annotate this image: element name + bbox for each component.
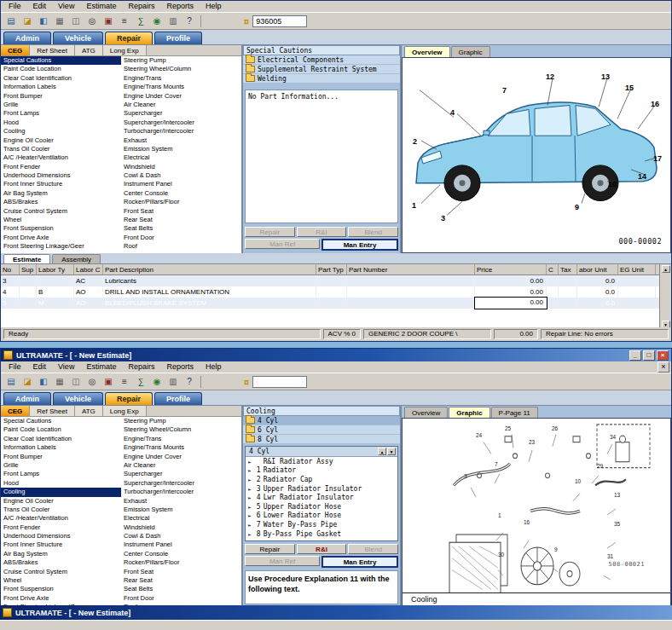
- category-item[interactable]: Roof: [121, 242, 241, 251]
- category-item[interactable]: Grille: [1, 101, 121, 109]
- category-item[interactable]: Front Seat: [121, 207, 241, 216]
- part-item[interactable]: 3Upper Radiator Insulator: [246, 484, 397, 494]
- category-item[interactable]: Cooling: [1, 127, 121, 136]
- close-button[interactable]: ×: [657, 350, 669, 361]
- graphic-tab[interactable]: P-Page 11: [491, 407, 538, 418]
- category-item[interactable]: Front Door: [121, 594, 241, 603]
- main-tab[interactable]: Admin: [3, 392, 51, 405]
- totals-icon[interactable]: ∑: [133, 14, 148, 28]
- category-item[interactable]: Engine/Trans: [121, 74, 241, 83]
- graphic-tab[interactable]: Overview: [404, 407, 448, 418]
- category-item[interactable]: Rocker/Pillars/Floor: [121, 558, 241, 567]
- graphic-tab[interactable]: Graphic: [449, 407, 490, 418]
- category-item[interactable]: Wheel: [1, 216, 121, 224]
- folder-item[interactable]: Electrical Components: [243, 55, 400, 65]
- category-item[interactable]: Front Bumper: [1, 92, 121, 101]
- menu-item[interactable]: Repairs: [122, 1, 160, 12]
- table-header-cell[interactable]: EG Unit: [618, 264, 656, 275]
- man-ref-button[interactable]: Man Ref: [245, 556, 320, 566]
- help-icon[interactable]: ?: [182, 375, 197, 389]
- category-item[interactable]: Emission System: [121, 145, 241, 153]
- category-item[interactable]: Front Seat: [121, 568, 241, 576]
- main-tab[interactable]: Repair: [105, 392, 153, 405]
- table-header-cell[interactable]: Tax: [559, 264, 577, 275]
- category-item[interactable]: Seat Belts: [121, 224, 241, 233]
- table-row[interactable]: 5MAOBLEED/FLUSH BRAKE SYSTEM0.000.0: [1, 298, 671, 309]
- maximize-button[interactable]: □: [643, 350, 655, 361]
- category-item[interactable]: Front Lamps: [1, 109, 121, 118]
- table-header-cell[interactable]: abor Unit: [577, 264, 618, 275]
- category-item[interactable]: A/C /Heater/Ventilation: [1, 153, 121, 162]
- category-item[interactable]: Paint Code Location: [1, 425, 121, 434]
- category-item[interactable]: Air Bag System: [1, 550, 121, 558]
- category-item[interactable]: Front Drive Axle: [1, 594, 121, 603]
- category-item[interactable]: Cooling: [1, 488, 121, 496]
- category-item[interactable]: Engine Oil Cooler: [1, 136, 121, 145]
- main-tab[interactable]: Profile: [154, 392, 202, 405]
- new-estimate-icon[interactable]: ▤: [3, 14, 19, 28]
- open-estimate-icon[interactable]: ◪: [20, 14, 35, 28]
- profile-icon[interactable]: ◉: [149, 14, 165, 28]
- man-entry-button[interactable]: Man Entry: [322, 239, 398, 251]
- category-item[interactable]: Front Lamps: [1, 470, 121, 478]
- category-item[interactable]: Grille: [1, 461, 121, 470]
- vehicle-icon[interactable]: ▣: [101, 14, 116, 28]
- category-item[interactable]: Front Steering Linkage/Geer: [1, 242, 121, 251]
- category-item[interactable]: Rear Seat: [121, 576, 241, 585]
- new-estimate-icon[interactable]: ▤: [3, 375, 19, 389]
- category-item[interactable]: Information Labels: [1, 83, 121, 91]
- menu-item[interactable]: Edit: [27, 361, 53, 373]
- table-header-cell[interactable]: Part Typ: [316, 264, 347, 275]
- menu-item[interactable]: Estimate: [80, 361, 122, 373]
- category-item[interactable]: Front Suspension: [1, 585, 121, 593]
- category-item[interactable]: Supercharger: [121, 470, 241, 478]
- search-icon[interactable]: ◎: [84, 14, 100, 28]
- category-item[interactable]: Front Door: [121, 234, 241, 242]
- category-item[interactable]: Electrical: [121, 514, 241, 523]
- table-row[interactable]: 3ACLubricants0.000.0: [1, 275, 671, 286]
- table-header-cell[interactable]: No: [1, 264, 20, 275]
- category-item[interactable]: Steering Pump: [121, 56, 241, 65]
- category-tab[interactable]: Ref Sheet: [30, 406, 75, 416]
- category-item[interactable]: Front Inner Structure: [1, 540, 121, 549]
- category-item[interactable]: Special Cautions: [1, 56, 121, 65]
- estimate-number-input[interactable]: [252, 15, 307, 27]
- print-preview-icon[interactable]: ◫: [68, 14, 84, 28]
- graphic-tab[interactable]: Graphic: [451, 46, 490, 57]
- category-item[interactable]: Cowl & Dash: [121, 532, 241, 540]
- category-item[interactable]: Engine/Trans Mounts: [121, 83, 241, 91]
- category-item[interactable]: Cruise Control System: [1, 207, 121, 216]
- part-item[interactable]: 6Lower Radiator Hose: [246, 512, 397, 521]
- main-tab[interactable]: Vehicle: [53, 392, 103, 405]
- main-tab[interactable]: Profile: [154, 32, 202, 44]
- table-scrollbar[interactable]: ▲ ▼: [659, 264, 671, 329]
- category-tab[interactable]: Ref Sheet: [30, 45, 75, 55]
- category-item[interactable]: Wheel: [1, 576, 121, 585]
- vehicle-icon[interactable]: ▣: [101, 375, 116, 389]
- category-item[interactable]: Engine Under Cover: [121, 453, 241, 461]
- category-item[interactable]: Steering Wheel/Column: [121, 65, 241, 73]
- category-item[interactable]: Engine/Trans: [121, 435, 241, 443]
- category-item[interactable]: Rear Seat: [121, 216, 241, 224]
- category-item[interactable]: Air Bag System: [1, 189, 121, 198]
- folder-item[interactable]: 4 Cyl: [243, 416, 400, 425]
- category-item[interactable]: Front Inner Structure: [1, 180, 121, 188]
- scroll-down-icon[interactable]: ▼: [387, 448, 396, 455]
- part-item[interactable]: 8By-Pass Pipe Gasket: [246, 529, 397, 539]
- category-item[interactable]: Hood: [1, 479, 121, 488]
- reports-icon[interactable]: ▥: [165, 375, 181, 389]
- category-item[interactable]: Special Cautions: [1, 417, 121, 425]
- category-item[interactable]: Clear Coat Identification: [1, 435, 121, 443]
- man-ref-button[interactable]: Man Ref: [245, 239, 320, 249]
- menu-item[interactable]: File: [3, 361, 27, 373]
- category-item[interactable]: Front Fender: [1, 523, 121, 532]
- reports-icon[interactable]: ▥: [165, 14, 181, 28]
- menu-item[interactable]: Help: [200, 361, 228, 373]
- category-item[interactable]: Electrical: [121, 153, 241, 162]
- child-close-button[interactable]: ×: [658, 361, 669, 373]
- table-header-cell[interactable]: Part Description: [103, 264, 316, 275]
- part-item[interactable]: 5Upper Radiator Hose: [246, 502, 397, 512]
- category-item[interactable]: Center Console: [121, 550, 241, 558]
- menu-item[interactable]: Reports: [160, 361, 200, 373]
- part-item[interactable]: 4Lwr Radiator Insulator: [246, 493, 397, 502]
